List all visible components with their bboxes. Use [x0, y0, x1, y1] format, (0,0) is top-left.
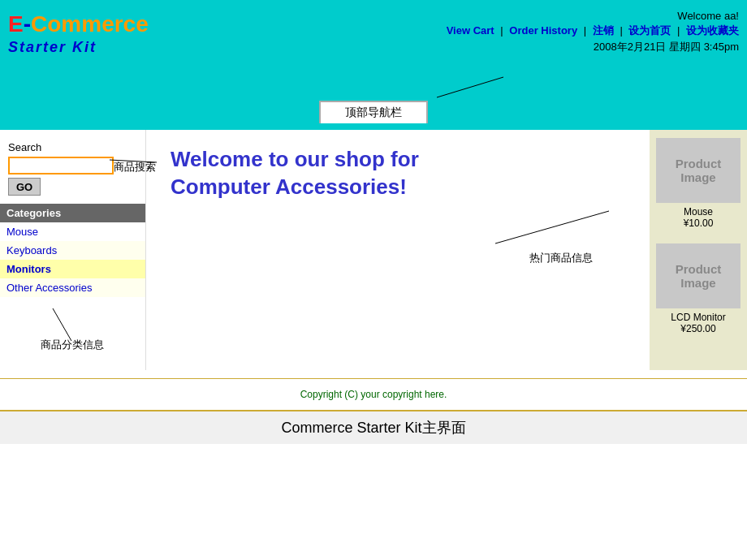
product-card-lcd: Product Image LCD Monitor ¥250.00 — [656, 243, 741, 338]
sidebar-item-monitors[interactable]: Monitors — [0, 260, 145, 278]
separator3: | — [620, 24, 625, 37]
product-card-mouse: Product Image Mouse ¥10.00 — [656, 138, 741, 232]
product-image-text2: Image — [680, 170, 715, 184]
product-info-lcd: LCD Monitor ¥250.00 — [656, 308, 741, 338]
top-nav-wrapper: E-Commerce Starter Kit Welcome aa! View … — [0, 0, 747, 130]
search-go-button[interactable]: GO — [8, 178, 41, 196]
product-image-mouse: Product Image — [656, 138, 741, 203]
hot-products-annotation: 热门商品信息 — [171, 250, 625, 265]
nav-right: Welcome aa! View Cart | Order History | … — [447, 5, 739, 59]
sidebar-item-other-accessories[interactable]: Other Accessories — [0, 278, 145, 297]
page-caption: Commerce Starter Kit主界面 — [0, 410, 747, 444]
nav-bar-tab[interactable]: 顶部导航栏 — [319, 101, 428, 123]
view-cart-link[interactable]: View Cart — [447, 24, 494, 37]
page-wrapper: E-Commerce Starter Kit Welcome aa! View … — [0, 0, 747, 444]
nav-datetime: 2008年2月21日 星期四 3:45pm — [447, 40, 739, 54]
nav-links: View Cart | Order History | 注销 | 设为首页 | … — [447, 24, 739, 38]
search-label: Search — [8, 141, 137, 153]
logo-ecommerce: E-Commerce — [8, 11, 149, 37]
welcome-line1: Welcome to our shop for — [171, 147, 419, 171]
nav-welcome: Welcome aa! — [447, 10, 739, 22]
product-price-lcd: ¥250.00 — [659, 323, 737, 334]
product-image-lcd: Product Image — [656, 243, 741, 308]
annotation-category-info: 商品分类信息 — [41, 338, 104, 352]
set-bookmark-link[interactable]: 设为收藏夹 — [686, 24, 739, 37]
footer: Copyright (C) your copyright here. — [0, 378, 747, 410]
logo: E-Commerce — [8, 11, 149, 37]
product-info-mouse: Mouse ¥10.00 — [656, 203, 741, 232]
order-history-link[interactable]: Order History — [509, 24, 577, 37]
product-image-text3: Product — [676, 262, 722, 276]
separator1: | — [500, 24, 506, 37]
separator4: | — [677, 24, 683, 37]
search-input[interactable] — [8, 157, 114, 174]
main-layout: Search GO Categories Mouse Keyboards Mon… — [0, 130, 747, 370]
separator2: | — [584, 24, 589, 37]
logo-area: E-Commerce Starter Kit — [0, 5, 157, 62]
sidebar: Search GO Categories Mouse Keyboards Mon… — [0, 130, 146, 370]
search-section: Search GO — [0, 138, 145, 204]
sidebar-item-keyboards[interactable]: Keyboards — [0, 241, 145, 260]
logout-link[interactable]: 注销 — [593, 24, 614, 37]
sidebar-item-mouse[interactable]: Mouse — [0, 222, 145, 241]
product-name-mouse: Mouse — [659, 206, 737, 218]
product-image-text4: Image — [680, 276, 715, 290]
right-sidebar: Product Image Mouse ¥10.00 Product Image… — [650, 130, 747, 370]
set-homepage-link[interactable]: 设为首页 — [628, 24, 671, 37]
product-image-text1: Product — [676, 157, 722, 170]
logo-commerce: Commerce — [31, 11, 149, 37]
logo-starter: Starter Kit — [8, 39, 149, 56]
annotation-hot-products: 热门商品信息 — [529, 252, 593, 264]
welcome-title: Welcome to our shop for Computer Accesso… — [171, 146, 625, 201]
logo-dash: - — [24, 11, 31, 37]
center-content: Welcome to our shop for Computer Accesso… — [146, 130, 650, 370]
top-nav: E-Commerce Starter Kit Welcome aa! View … — [0, 0, 747, 97]
nav-bar-label: 顶部导航栏 — [0, 97, 747, 130]
categories-header: Categories — [0, 204, 145, 222]
product-price-mouse: ¥10.00 — [659, 218, 737, 229]
footer-copyright: Copyright (C) your copyright here. — [300, 389, 447, 400]
welcome-line2: Computer Accessories! — [171, 174, 407, 199]
logo-e: E — [8, 11, 24, 37]
product-name-lcd: LCD Monitor — [659, 312, 737, 323]
annotation-category-area: 商品分类信息 — [0, 297, 145, 362]
